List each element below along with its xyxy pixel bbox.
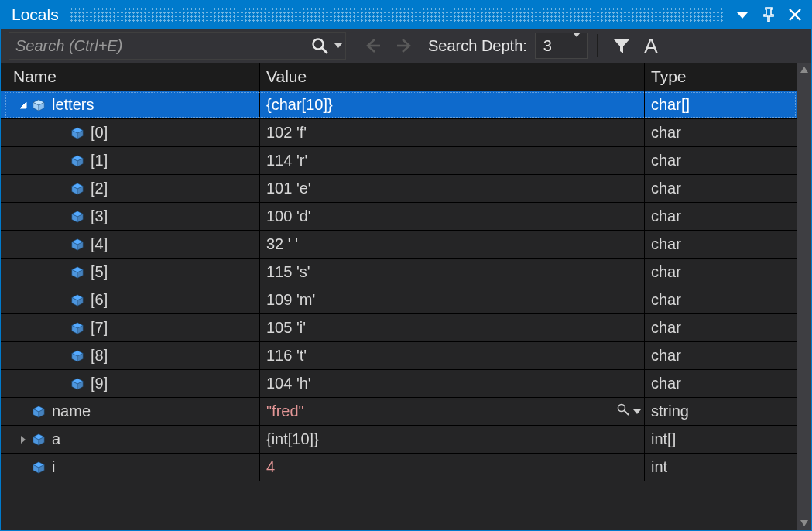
search-icon[interactable] bbox=[308, 33, 331, 59]
cell-value[interactable]: 105 'i' bbox=[260, 314, 645, 341]
variable-type: int[] bbox=[651, 430, 676, 448]
cell-value[interactable]: 102 'f' bbox=[260, 119, 645, 146]
cell-value[interactable]: 32 ' ' bbox=[260, 231, 645, 258]
cell-type[interactable]: char bbox=[645, 119, 811, 146]
cell-type[interactable]: string bbox=[645, 398, 811, 425]
table-row[interactable]: [2]101 'e'char bbox=[1, 175, 811, 203]
search-input[interactable] bbox=[9, 37, 308, 55]
cell-value[interactable]: 104 'h' bbox=[260, 370, 645, 397]
variable-value: 109 'm' bbox=[266, 291, 315, 309]
titlebar[interactable]: Locals bbox=[1, 1, 811, 29]
cell-value[interactable]: "fred" bbox=[260, 398, 645, 425]
variable-name: i bbox=[52, 458, 55, 476]
cell-value[interactable]: {char[10]} bbox=[260, 91, 645, 118]
expander-closed-icon[interactable] bbox=[18, 436, 29, 444]
cell-type[interactable]: char bbox=[645, 231, 811, 258]
table-row[interactable]: name"fred" string bbox=[1, 398, 811, 426]
table-row[interactable]: [8]116 't'char bbox=[1, 342, 811, 370]
scroll-up-icon[interactable] bbox=[797, 63, 811, 77]
cell-value[interactable]: 116 't' bbox=[260, 342, 645, 369]
cell-value[interactable]: 109 'm' bbox=[260, 286, 645, 313]
cell-name[interactable]: [7] bbox=[1, 314, 260, 341]
magnifier-icon[interactable] bbox=[616, 403, 630, 420]
column-headers: Name Value Type bbox=[1, 63, 811, 91]
table-row[interactable]: [0]102 'f'char bbox=[1, 119, 811, 147]
variable-name: letters bbox=[52, 96, 94, 114]
titlebar-grip[interactable] bbox=[70, 7, 725, 22]
cell-name[interactable]: [0] bbox=[1, 119, 260, 146]
table-row[interactable]: i4int bbox=[1, 454, 811, 481]
table-row[interactable]: [4]32 ' 'char bbox=[1, 231, 811, 259]
search-box[interactable] bbox=[9, 32, 346, 60]
table-row[interactable]: [5]115 's'char bbox=[1, 259, 811, 286]
pin-icon[interactable] bbox=[760, 6, 777, 23]
variable-type: char bbox=[651, 152, 681, 170]
cell-value[interactable]: 4 bbox=[260, 454, 645, 481]
table-row[interactable]: [9]104 'h'char bbox=[1, 370, 811, 398]
table-row[interactable]: [7]105 'i'char bbox=[1, 314, 811, 342]
variable-name: [1] bbox=[91, 152, 108, 170]
cell-type[interactable]: char bbox=[645, 203, 811, 230]
column-header-name[interactable]: Name bbox=[1, 63, 260, 91]
toolbar: Search Depth: 3 A bbox=[1, 29, 811, 63]
cell-type[interactable]: char bbox=[645, 147, 811, 174]
filter-icon[interactable] bbox=[610, 34, 633, 57]
cell-type[interactable]: char bbox=[645, 259, 811, 286]
variable-name: name bbox=[52, 403, 91, 420]
table-row[interactable]: a{int[10]}int[] bbox=[1, 426, 811, 454]
column-header-value[interactable]: Value bbox=[260, 63, 645, 91]
cell-name[interactable]: [3] bbox=[1, 203, 260, 230]
cell-type[interactable]: char bbox=[645, 286, 811, 313]
table-row[interactable]: [1]114 'r'char bbox=[1, 147, 811, 175]
variable-icon bbox=[32, 461, 46, 474]
cell-name[interactable]: letters bbox=[1, 91, 260, 118]
variable-value: 116 't' bbox=[266, 347, 307, 365]
cell-value[interactable]: 100 'd' bbox=[260, 203, 645, 230]
cell-name[interactable]: [9] bbox=[1, 370, 260, 397]
variable-value: 101 'e' bbox=[266, 180, 311, 197]
vertical-scrollbar[interactable] bbox=[797, 63, 811, 530]
cell-type[interactable]: char bbox=[645, 342, 811, 369]
cell-name[interactable]: name bbox=[1, 398, 260, 425]
cell-name[interactable]: a bbox=[1, 426, 260, 453]
cell-type[interactable]: char bbox=[645, 314, 811, 341]
cell-value[interactable]: {int[10]} bbox=[260, 426, 645, 453]
expander-open-icon[interactable] bbox=[18, 101, 29, 109]
variable-type: char bbox=[651, 124, 681, 142]
variable-type: char[] bbox=[651, 96, 690, 114]
visualizer-dropdown-icon[interactable] bbox=[633, 409, 641, 414]
cell-value[interactable]: 115 's' bbox=[260, 259, 645, 286]
cell-type[interactable]: char bbox=[645, 370, 811, 397]
cell-type[interactable]: int[] bbox=[645, 426, 811, 453]
search-prev-icon[interactable] bbox=[361, 35, 383, 57]
cell-name[interactable]: [5] bbox=[1, 259, 260, 286]
cell-name[interactable]: [2] bbox=[1, 175, 260, 202]
cell-name[interactable]: [4] bbox=[1, 231, 260, 258]
cell-name[interactable]: [1] bbox=[1, 147, 260, 174]
variable-value: 32 ' ' bbox=[266, 235, 298, 253]
cell-name[interactable]: i bbox=[1, 454, 260, 481]
locals-window: Locals bbox=[0, 0, 812, 531]
cell-value[interactable]: 114 'r' bbox=[260, 147, 645, 174]
text-style-icon[interactable]: A bbox=[639, 34, 663, 57]
column-header-type[interactable]: Type bbox=[645, 63, 811, 91]
variable-name: [9] bbox=[91, 375, 108, 392]
variable-name: [3] bbox=[91, 207, 108, 225]
scroll-down-icon[interactable] bbox=[797, 516, 811, 530]
search-options-dropdown-icon[interactable] bbox=[331, 33, 345, 59]
window-position-icon[interactable] bbox=[734, 6, 751, 23]
cell-name[interactable]: [8] bbox=[1, 342, 260, 369]
cell-type[interactable]: char bbox=[645, 175, 811, 202]
cell-type[interactable]: int bbox=[645, 454, 811, 481]
table-row[interactable]: letters{char[10]}char[] bbox=[1, 91, 811, 119]
variable-icon bbox=[70, 293, 84, 307]
cell-type[interactable]: char[] bbox=[645, 91, 811, 118]
table-row[interactable]: [6]109 'm'char bbox=[1, 286, 811, 314]
variable-name: [7] bbox=[91, 319, 108, 337]
close-icon[interactable] bbox=[786, 6, 803, 23]
search-next-icon[interactable] bbox=[394, 35, 416, 57]
table-row[interactable]: [3]100 'd'char bbox=[1, 203, 811, 231]
cell-name[interactable]: [6] bbox=[1, 286, 260, 313]
search-depth-select[interactable]: 3 bbox=[535, 33, 588, 59]
cell-value[interactable]: 101 'e' bbox=[260, 175, 645, 202]
